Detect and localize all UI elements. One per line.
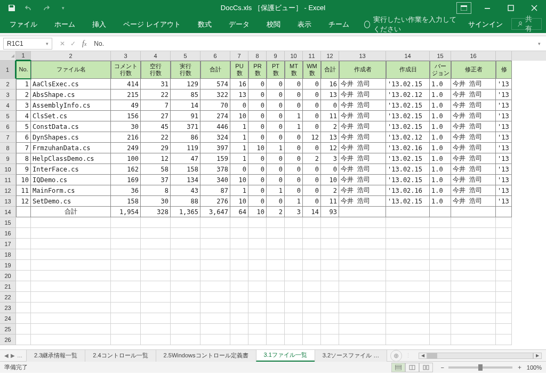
cell[interactable]: 0	[303, 164, 321, 175]
cell[interactable]: 16	[230, 79, 248, 89]
empty-cell[interactable]	[16, 303, 31, 313]
empty-cell[interactable]	[267, 313, 285, 324]
empty-cell[interactable]	[339, 260, 386, 271]
empty-cell[interactable]	[171, 313, 200, 324]
cell[interactable]: 1.0	[430, 100, 451, 111]
table-header[interactable]: 合計	[200, 61, 230, 79]
cell[interactable]: ClsSet.cs	[31, 111, 111, 121]
cell[interactable]: 12	[141, 153, 171, 164]
cell[interactable]: 3	[16, 100, 31, 111]
table-header[interactable]: ファイル名	[31, 61, 111, 79]
empty-cell[interactable]	[430, 239, 451, 249]
empty-cell[interactable]	[303, 324, 321, 334]
minimize-button[interactable]	[476, 0, 499, 16]
empty-cell[interactable]	[285, 249, 303, 260]
cell[interactable]: 446	[200, 121, 230, 132]
cell[interactable]: 129	[171, 79, 200, 89]
ribbon-display-icon[interactable]	[456, 2, 471, 14]
cell[interactable]: 0	[248, 185, 267, 196]
cell[interactable]: 0	[248, 100, 267, 111]
cell[interactable]: 0	[248, 111, 267, 121]
table-header[interactable]: 空行行数	[141, 61, 171, 79]
empty-cell[interactable]	[496, 239, 512, 249]
tab-review[interactable]: 校閲	[258, 16, 289, 33]
cell[interactable]: 11	[321, 196, 339, 207]
empty-cell[interactable]	[171, 303, 200, 313]
cell[interactable]: 158	[111, 196, 141, 207]
empty-cell[interactable]	[430, 260, 451, 271]
chevron-down-icon[interactable]: ▾	[46, 41, 49, 46]
empty-cell[interactable]	[230, 292, 248, 303]
row-header[interactable]: 8	[0, 143, 16, 153]
cell[interactable]: '13.02.16	[386, 185, 430, 196]
empty-cell[interactable]	[339, 303, 386, 313]
cell[interactable]: 0	[267, 89, 285, 100]
cell[interactable]: 9	[16, 164, 31, 175]
cell-total[interactable]: 1,954	[111, 207, 141, 217]
empty-cell[interactable]	[267, 239, 285, 249]
empty-cell[interactable]	[111, 239, 141, 249]
row-header[interactable]: 18	[0, 249, 16, 260]
cell[interactable]: 12	[303, 132, 321, 143]
empty-cell[interactable]	[451, 303, 496, 313]
empty-cell[interactable]	[267, 334, 285, 345]
empty-cell[interactable]	[230, 313, 248, 324]
cell[interactable]: '13	[496, 185, 512, 196]
cell-total[interactable]: 合計	[31, 207, 111, 217]
cell[interactable]: 2	[303, 153, 321, 164]
cell[interactable]: 8	[141, 185, 171, 196]
cell-total[interactable]: 10	[248, 207, 267, 217]
tab-view[interactable]: 表示	[289, 16, 320, 33]
column-header[interactable]: 16	[451, 51, 496, 61]
cell-total[interactable]: 328	[141, 207, 171, 217]
empty-cell[interactable]	[111, 292, 141, 303]
empty-cell[interactable]	[111, 281, 141, 292]
empty-cell[interactable]	[321, 292, 339, 303]
row-header[interactable]: 11	[0, 175, 16, 185]
empty-cell[interactable]	[171, 281, 200, 292]
cell[interactable]: 0	[285, 175, 303, 185]
sheet-tab[interactable]: 3.2ソースファイル …	[315, 350, 387, 362]
cell[interactable]: 215	[111, 89, 141, 100]
empty-cell[interactable]	[248, 334, 267, 345]
cell[interactable]: 今井 浩司	[339, 132, 386, 143]
empty-cell[interactable]	[31, 324, 111, 334]
empty-cell[interactable]	[31, 292, 111, 303]
fx-icon[interactable]: fx	[82, 39, 86, 48]
zoom-slider[interactable]	[448, 366, 512, 369]
empty-cell[interactable]	[230, 324, 248, 334]
column-header[interactable]: 14	[386, 51, 430, 61]
cell[interactable]: 0	[285, 89, 303, 100]
cell-total[interactable]: 14	[303, 207, 321, 217]
cell[interactable]: 今井 浩司	[339, 79, 386, 89]
empty-cell[interactable]	[285, 303, 303, 313]
cell[interactable]: 88	[171, 196, 200, 207]
cell[interactable]: 10	[230, 111, 248, 121]
cell[interactable]: '13.02.15	[386, 196, 430, 207]
row-header[interactable]: 22	[0, 292, 16, 303]
formula-input[interactable]: No.	[92, 38, 536, 50]
horizontal-scrollbar[interactable]: ◀ ▶	[419, 352, 542, 360]
cell[interactable]: 今井 浩司	[451, 196, 496, 207]
row-header[interactable]: 10	[0, 164, 16, 175]
empty-cell[interactable]	[31, 313, 111, 324]
empty-cell[interactable]	[230, 260, 248, 271]
redo-icon[interactable]	[38, 1, 53, 15]
empty-cell[interactable]	[31, 228, 111, 239]
empty-cell[interactable]	[451, 239, 496, 249]
table-header[interactable]: WM数	[303, 61, 321, 79]
empty-cell[interactable]	[141, 260, 171, 271]
empty-cell[interactable]	[31, 239, 111, 249]
cell[interactable]: 1.0	[430, 153, 451, 164]
tab-insert[interactable]: 挿入	[84, 16, 115, 33]
cell[interactable]: 0	[321, 100, 339, 111]
empty-cell[interactable]	[339, 217, 386, 228]
empty-cell[interactable]	[321, 334, 339, 345]
row-header[interactable]: 6	[0, 121, 16, 132]
empty-cell[interactable]	[267, 281, 285, 292]
table-header[interactable]: No.	[16, 61, 31, 79]
cell[interactable]: 324	[200, 132, 230, 143]
empty-cell[interactable]	[171, 249, 200, 260]
empty-cell[interactable]	[496, 281, 512, 292]
empty-cell[interactable]	[339, 324, 386, 334]
